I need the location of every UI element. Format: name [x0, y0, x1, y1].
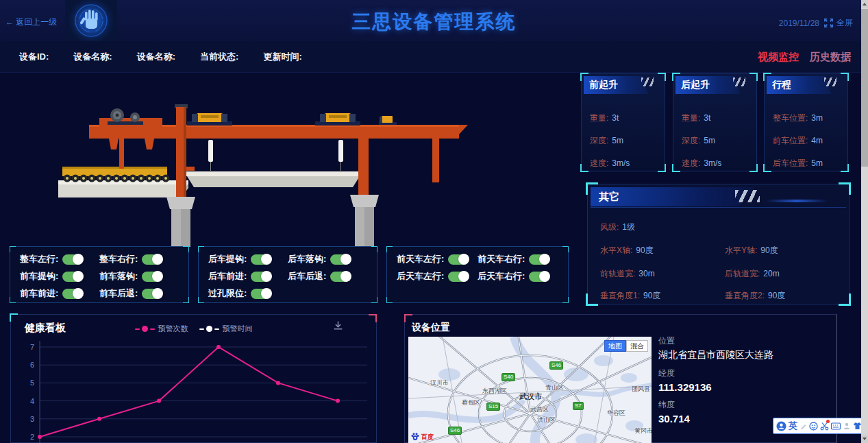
scroll-up-button[interactable]: [861, 0, 868, 8]
svg-text:5: 5: [30, 379, 34, 387]
corner-accent: [562, 246, 569, 252]
toggle-knob: [539, 271, 550, 282]
keyboard-icon[interactable]: [831, 420, 841, 431]
toggle-group-whole-vehicle: 整车左行: 整车右行: 前车提钩: 前车落钩: 前车前进: 前车后退:: [10, 246, 189, 303]
map-type-button-mix[interactable]: 混合: [626, 340, 648, 352]
toggle-switch[interactable]: [529, 254, 549, 265]
stat-label: 前车位置:: [773, 136, 808, 145]
corner-accent: [10, 246, 16, 252]
latitude-label: 纬度: [658, 399, 823, 411]
road-badge: S7: [573, 402, 584, 410]
corner-accent: [386, 246, 393, 252]
svg-text:7: 7: [30, 343, 34, 351]
toggle-knob: [73, 271, 84, 282]
download-button[interactable]: [333, 320, 343, 333]
scrollbar-thumb[interactable]: [861, 9, 868, 167]
scroll-down-button[interactable]: [861, 435, 868, 443]
stat-label: 深度:: [590, 136, 608, 145]
map[interactable]: 汉川市 东西湖区 蔡甸区 武汉市 青山区 武昌区 洪山区 华容区 团风县 黄冈市…: [408, 337, 652, 443]
corner-accent: [183, 246, 189, 252]
toggle-knob: [152, 271, 163, 282]
stat-value: 5m: [612, 136, 623, 145]
panel-title: 其它: [599, 191, 619, 204]
toggle-switch[interactable]: [448, 254, 469, 265]
legend-dot: [142, 326, 148, 332]
map-provider-logo: 百度: [410, 432, 434, 442]
toggle-label: 后车落钩:: [288, 253, 326, 265]
stat-value: 5m: [811, 158, 823, 168]
ime-logo-icon[interactable]: [776, 420, 786, 431]
toggle-switch[interactable]: [142, 254, 162, 265]
toggle-knob: [458, 254, 469, 265]
user-icon[interactable]: [843, 420, 851, 431]
toggle-switch[interactable]: [251, 289, 271, 299]
panel-travel: 行程 整车位置:3m 前车位置:4m 后车位置:5m: [764, 73, 848, 171]
toggle-switch[interactable]: [448, 272, 469, 282]
ime-language-button[interactable]: 英: [789, 420, 797, 432]
map-type-button-map[interactable]: 地图: [604, 340, 626, 352]
toggle-switch[interactable]: [251, 272, 271, 282]
toggle-switch[interactable]: [142, 272, 162, 282]
toggle-label: 后车前进:: [208, 270, 247, 283]
panel-title: 设备位置: [412, 322, 450, 334]
notification-dot: [826, 420, 830, 423]
svg-text:6: 6: [30, 361, 34, 369]
stat-label: 后车位置:: [773, 158, 808, 168]
toggle-knob: [261, 254, 272, 265]
toggle-knob: [73, 288, 84, 299]
corner-accent: [749, 164, 758, 172]
stat-label: 水平X轴:: [600, 246, 632, 255]
corner-accent: [658, 164, 666, 172]
fullscreen-button[interactable]: 全屏: [824, 17, 853, 29]
legend-line: [199, 328, 204, 330]
map-label: 东西湖区: [482, 387, 507, 396]
video-monitor-link[interactable]: 视频监控: [758, 51, 799, 64]
map-label: 蔡甸区: [462, 398, 480, 407]
toggle-switch[interactable]: [62, 289, 83, 299]
toggle-switch[interactable]: [529, 272, 549, 282]
toggle-label: 后车提钩:: [208, 253, 247, 265]
stat-value: 3m: [811, 113, 823, 123]
header-date: 2019/11/28: [779, 19, 819, 28]
stat-value: 3m/s: [612, 158, 630, 168]
corner-accent: [386, 297, 393, 303]
map-label-city: 武汉市: [519, 392, 542, 402]
toggle-switch[interactable]: [330, 272, 351, 282]
toggle-switch[interactable]: [142, 289, 162, 299]
panel-title: 后起升: [681, 79, 710, 91]
history-data-link[interactable]: 历史数据: [810, 51, 851, 64]
toggle-switch[interactable]: [62, 272, 83, 282]
stat-label: 后轨道宽:: [725, 269, 760, 278]
toggle-knob: [152, 254, 163, 265]
toggle-knob: [340, 271, 351, 282]
stat-value: 90度: [760, 246, 778, 255]
corner-accent: [672, 164, 680, 172]
stat-value: 3t: [704, 113, 710, 123]
road-badge: S40: [501, 373, 515, 381]
legend-item-warn-count[interactable]: 预警次数: [135, 324, 188, 334]
toggle-group-sky-trolley: 前天车左行: 前天车右行: 后天车左行: 后天车右行:: [386, 246, 569, 303]
toggle-switch[interactable]: [62, 254, 83, 265]
toggle-label: 整车左行:: [20, 253, 58, 265]
header: ← 返回上一级 三思设备管理系统 2019/11/28: [0, 0, 868, 41]
pen-icon[interactable]: [799, 420, 807, 431]
legend-item-warn-time[interactable]: 预警时间: [199, 324, 253, 334]
toggle-label: 过孔限位:: [208, 287, 247, 300]
bridge-crane-graphic: [58, 69, 579, 247]
field-device-name-1: 设备名称:: [73, 51, 112, 63]
vertical-scrollbar[interactable]: [861, 0, 868, 443]
road-badge: S15: [486, 403, 500, 411]
corner-accent: [749, 73, 758, 81]
stat-label: 深度:: [682, 136, 700, 145]
toggle-switch[interactable]: [330, 254, 351, 265]
streak-decoration: [766, 200, 828, 202]
toggle-knob: [340, 254, 351, 265]
panel-title: 前起升: [589, 79, 618, 91]
emoji-icon[interactable]: [809, 420, 818, 431]
map-label: 汉川市: [430, 379, 449, 387]
road-badge: S46: [448, 427, 462, 435]
toggle-label: 后天车左行:: [397, 270, 444, 283]
toggle-switch[interactable]: [251, 254, 271, 265]
longitude-value: 111.329136: [658, 381, 823, 393]
scissors-screenshot-icon[interactable]: [820, 420, 829, 431]
